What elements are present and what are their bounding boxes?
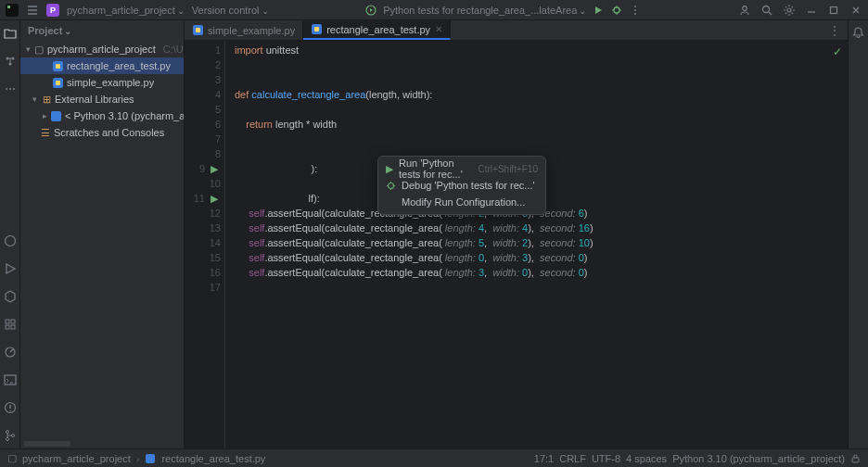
more-tools-icon[interactable] [3,82,18,96]
vcs-menu[interactable]: Version control [192,5,269,16]
services-tool-icon[interactable] [3,317,18,332]
project-sidebar: Project ▾ ▢ pycharm_article_project C:\U… [20,20,185,448]
debug-icon [386,181,396,191]
svg-rect-18 [6,320,9,323]
gutter-run-icon[interactable]: ▶ [208,191,221,206]
project-badge: P [46,4,59,17]
project-tree: ▾ ▢ pycharm_article_project C:\Users rec… [20,41,184,441]
svg-rect-20 [6,325,9,329]
profiler-icon[interactable] [3,345,18,360]
collab-icon[interactable] [738,4,751,17]
run-config-selector[interactable]: Python tests for rectangle_area_...lateA… [383,5,586,16]
inspection-ok-icon[interactable]: ✓ [833,44,842,59]
search-icon[interactable] [760,4,773,17]
close-icon[interactable] [849,4,862,17]
tree-file-label: rectangle_area_test.py [67,60,171,71]
svg-rect-29 [56,64,60,69]
tree-scratch-label: Scratches and Consoles [54,127,164,138]
left-tool-rail [0,20,20,448]
tab-label: rectangle_area_test.py [326,24,430,35]
tab-label: simple_example.py [208,25,295,36]
tree-ext-lib[interactable]: ▾ ⊞ External Libraries [20,91,184,107]
python-file-icon [52,60,63,71]
tab-rectangle-test[interactable]: rectangle_area_test.py ✕ [303,20,451,40]
python-packages-icon[interactable] [3,289,18,304]
app-logo-icon [6,4,19,17]
svg-rect-39 [852,458,859,462]
tree-python-int[interactable]: ▸ < Python 3.10 (pycharm_article_p [20,107,184,124]
ctx-run[interactable]: ▶ Run 'Python tests for rec...' Ctrl+Shi… [378,160,545,177]
python-file-icon [311,24,322,35]
tree-root[interactable]: ▾ ▢ pycharm_article_project C:\Users [20,41,184,57]
project-panel-header[interactable]: Project [20,20,184,41]
interpreter[interactable]: Python 3.10 (pycharm_article_project) [672,453,845,464]
library-icon: ⊞ [43,94,51,106]
breadcrumb-folder-icon: ▢ [7,452,17,464]
encoding[interactable]: UTF-8 [592,453,620,464]
svg-point-9 [787,8,791,12]
svg-point-4 [634,6,636,7]
indent[interactable]: 4 spaces [626,453,667,464]
breadcrumb-file[interactable]: rectangle_area_test.py [161,453,265,464]
ctx-debug[interactable]: Debug 'Python tests for rec...' [378,177,545,194]
gutter-run-icon[interactable]: ▶ [208,161,221,176]
tree-file-label: simple_example.py [67,77,154,88]
vcs-tool-icon[interactable] [3,428,18,443]
tree-file[interactable]: simple_example.py [20,74,184,91]
scratch-icon: ☰ [41,127,50,139]
structure-tool-icon[interactable] [3,54,18,69]
ctx-run-label: Run 'Python tests for rec...' [399,158,473,180]
folder-icon: ▢ [34,44,44,56]
tab-close-icon[interactable]: ✕ [435,24,442,34]
svg-rect-19 [11,320,15,323]
more-actions-icon[interactable] [629,4,642,17]
svg-point-16 [13,88,15,90]
run-tool-icon[interactable] [3,261,18,276]
right-tool-rail [848,20,868,448]
cursor-position[interactable]: 17:1 [534,453,554,464]
code-text[interactable]: import unittest def calculate_rectangle_… [225,41,848,448]
svg-point-5 [634,9,636,11]
svg-rect-1 [7,6,10,8]
run-icon: ▶ [386,163,393,175]
terminal-tool-icon[interactable] [3,372,18,387]
svg-point-6 [634,13,636,15]
svg-rect-36 [314,27,319,32]
line-gutter: 1 2 3 4 5 6 7 8 9▶ 10 11▶ 12 13 14 15 16… [185,41,225,448]
sidebar-scrollbar[interactable] [24,441,70,447]
status-bar: ▢ pycharm_article_project › rectangle_ar… [0,448,868,467]
project-tool-icon[interactable] [3,26,18,41]
run-config-icon [364,4,377,17]
hamburger-icon[interactable] [26,4,39,17]
breadcrumb-project[interactable]: pycharm_article_project [22,453,131,464]
tree-file-selected[interactable]: rectangle_area_test.py [20,57,184,74]
svg-rect-31 [56,81,60,85]
readonly-lock-icon[interactable] [850,453,861,463]
tree-root-label: pycharm_article_project [47,44,156,55]
tree-scratch[interactable]: ☰ Scratches and Consoles [20,124,184,141]
svg-rect-32 [51,111,61,121]
ctx-modify-label: Modify Run Configuration... [402,196,525,208]
tree-ext-lib-label: External Libraries [55,94,134,105]
ctx-modify[interactable]: Modify Run Configuration... [378,194,545,210]
svg-rect-10 [831,6,837,13]
python-file-icon [52,77,63,88]
python-console-icon[interactable] [3,234,18,248]
debug-button-icon[interactable] [610,4,623,17]
svg-point-17 [5,236,15,246]
gutter-context-menu: ▶ Run 'Python tests for rec...' Ctrl+Shi… [377,156,546,215]
tab-simple-example[interactable]: simple_example.py [185,20,303,40]
title-bar: P pycharm_article_project Version contro… [0,0,868,20]
run-button-icon[interactable] [592,4,605,17]
problems-tool-icon[interactable] [3,400,18,415]
editor-tabs: simple_example.py rectangle_area_test.py… [185,20,848,41]
notifications-icon[interactable] [851,26,865,40]
settings-icon[interactable] [783,4,796,17]
tabs-more-icon[interactable]: ⋮ [829,24,840,37]
minimize-icon[interactable] [805,4,818,17]
code-editor[interactable]: 1 2 3 4 5 6 7 8 9▶ 10 11▶ 12 13 14 15 16… [185,41,848,448]
ctx-debug-label: Debug 'Python tests for rec...' [402,180,535,191]
maximize-icon[interactable] [827,4,840,17]
line-ending[interactable]: CRLF [559,453,586,464]
project-selector[interactable]: pycharm_article_project [67,5,185,16]
